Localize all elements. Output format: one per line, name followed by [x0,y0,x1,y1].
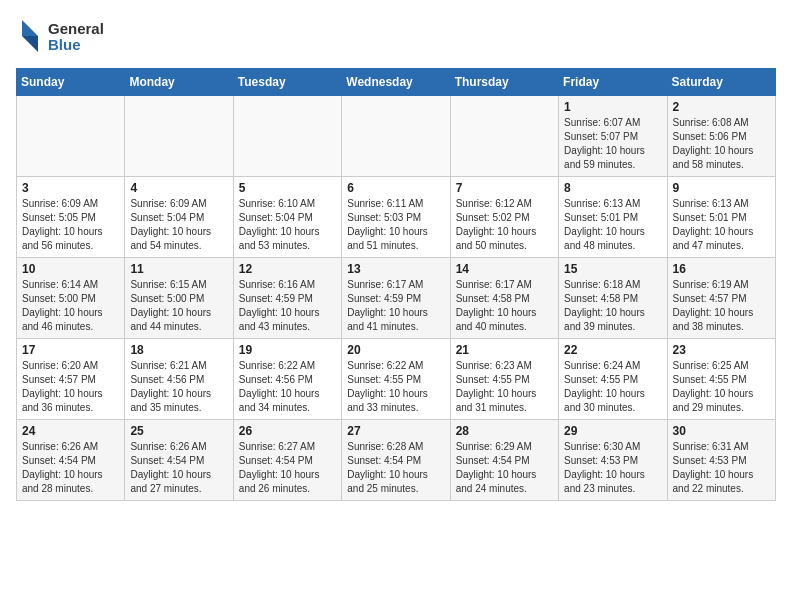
calendar-cell: 20Sunrise: 6:22 AM Sunset: 4:55 PM Dayli… [342,339,450,420]
weekday-header-thursday: Thursday [450,69,558,96]
calendar-cell: 26Sunrise: 6:27 AM Sunset: 4:54 PM Dayli… [233,420,341,501]
day-detail: Sunrise: 6:18 AM Sunset: 4:58 PM Dayligh… [564,278,661,334]
day-number: 5 [239,181,336,195]
day-detail: Sunrise: 6:09 AM Sunset: 5:05 PM Dayligh… [22,197,119,253]
calendar-cell: 27Sunrise: 6:28 AM Sunset: 4:54 PM Dayli… [342,420,450,501]
day-number: 29 [564,424,661,438]
calendar-cell: 18Sunrise: 6:21 AM Sunset: 4:56 PM Dayli… [125,339,233,420]
weekday-header-monday: Monday [125,69,233,96]
calendar-cell: 14Sunrise: 6:17 AM Sunset: 4:58 PM Dayli… [450,258,558,339]
day-detail: Sunrise: 6:15 AM Sunset: 5:00 PM Dayligh… [130,278,227,334]
logo: GeneralBlue [16,16,126,56]
day-detail: Sunrise: 6:11 AM Sunset: 5:03 PM Dayligh… [347,197,444,253]
calendar-cell [450,96,558,177]
day-number: 3 [22,181,119,195]
day-detail: Sunrise: 6:16 AM Sunset: 4:59 PM Dayligh… [239,278,336,334]
calendar-body: 1Sunrise: 6:07 AM Sunset: 5:07 PM Daylig… [17,96,776,501]
day-detail: Sunrise: 6:08 AM Sunset: 5:06 PM Dayligh… [673,116,770,172]
day-number: 20 [347,343,444,357]
calendar-cell: 11Sunrise: 6:15 AM Sunset: 5:00 PM Dayli… [125,258,233,339]
svg-text:General: General [48,20,104,37]
logo-svg: GeneralBlue [16,16,126,56]
day-number: 25 [130,424,227,438]
calendar-cell [125,96,233,177]
calendar-cell: 9Sunrise: 6:13 AM Sunset: 5:01 PM Daylig… [667,177,775,258]
day-detail: Sunrise: 6:29 AM Sunset: 4:54 PM Dayligh… [456,440,553,496]
day-number: 30 [673,424,770,438]
day-number: 2 [673,100,770,114]
calendar-cell: 29Sunrise: 6:30 AM Sunset: 4:53 PM Dayli… [559,420,667,501]
calendar-cell: 15Sunrise: 6:18 AM Sunset: 4:58 PM Dayli… [559,258,667,339]
calendar-cell: 2Sunrise: 6:08 AM Sunset: 5:06 PM Daylig… [667,96,775,177]
day-number: 12 [239,262,336,276]
calendar-cell: 8Sunrise: 6:13 AM Sunset: 5:01 PM Daylig… [559,177,667,258]
day-detail: Sunrise: 6:19 AM Sunset: 4:57 PM Dayligh… [673,278,770,334]
page-header: GeneralBlue [16,16,776,56]
calendar-table: SundayMondayTuesdayWednesdayThursdayFrid… [16,68,776,501]
day-number: 22 [564,343,661,357]
day-number: 1 [564,100,661,114]
calendar-header: SundayMondayTuesdayWednesdayThursdayFrid… [17,69,776,96]
day-detail: Sunrise: 6:25 AM Sunset: 4:55 PM Dayligh… [673,359,770,415]
calendar-cell: 19Sunrise: 6:22 AM Sunset: 4:56 PM Dayli… [233,339,341,420]
day-number: 13 [347,262,444,276]
calendar-cell: 10Sunrise: 6:14 AM Sunset: 5:00 PM Dayli… [17,258,125,339]
day-number: 21 [456,343,553,357]
day-detail: Sunrise: 6:26 AM Sunset: 4:54 PM Dayligh… [130,440,227,496]
day-number: 15 [564,262,661,276]
day-detail: Sunrise: 6:17 AM Sunset: 4:58 PM Dayligh… [456,278,553,334]
calendar-cell: 28Sunrise: 6:29 AM Sunset: 4:54 PM Dayli… [450,420,558,501]
calendar-week-row: 17Sunrise: 6:20 AM Sunset: 4:57 PM Dayli… [17,339,776,420]
calendar-week-row: 10Sunrise: 6:14 AM Sunset: 5:00 PM Dayli… [17,258,776,339]
day-detail: Sunrise: 6:20 AM Sunset: 4:57 PM Dayligh… [22,359,119,415]
calendar-cell: 22Sunrise: 6:24 AM Sunset: 4:55 PM Dayli… [559,339,667,420]
calendar-cell: 24Sunrise: 6:26 AM Sunset: 4:54 PM Dayli… [17,420,125,501]
calendar-cell: 5Sunrise: 6:10 AM Sunset: 5:04 PM Daylig… [233,177,341,258]
day-number: 11 [130,262,227,276]
day-detail: Sunrise: 6:17 AM Sunset: 4:59 PM Dayligh… [347,278,444,334]
day-detail: Sunrise: 6:28 AM Sunset: 4:54 PM Dayligh… [347,440,444,496]
day-number: 6 [347,181,444,195]
day-detail: Sunrise: 6:22 AM Sunset: 4:56 PM Dayligh… [239,359,336,415]
calendar-week-row: 24Sunrise: 6:26 AM Sunset: 4:54 PM Dayli… [17,420,776,501]
day-number: 17 [22,343,119,357]
weekday-header-wednesday: Wednesday [342,69,450,96]
calendar-cell: 21Sunrise: 6:23 AM Sunset: 4:55 PM Dayli… [450,339,558,420]
day-detail: Sunrise: 6:22 AM Sunset: 4:55 PM Dayligh… [347,359,444,415]
day-number: 8 [564,181,661,195]
day-number: 23 [673,343,770,357]
calendar-cell [233,96,341,177]
calendar-cell: 30Sunrise: 6:31 AM Sunset: 4:53 PM Dayli… [667,420,775,501]
day-number: 19 [239,343,336,357]
day-number: 10 [22,262,119,276]
day-detail: Sunrise: 6:23 AM Sunset: 4:55 PM Dayligh… [456,359,553,415]
day-detail: Sunrise: 6:27 AM Sunset: 4:54 PM Dayligh… [239,440,336,496]
calendar-cell: 7Sunrise: 6:12 AM Sunset: 5:02 PM Daylig… [450,177,558,258]
calendar-cell: 4Sunrise: 6:09 AM Sunset: 5:04 PM Daylig… [125,177,233,258]
calendar-week-row: 3Sunrise: 6:09 AM Sunset: 5:05 PM Daylig… [17,177,776,258]
weekday-header-sunday: Sunday [17,69,125,96]
day-detail: Sunrise: 6:12 AM Sunset: 5:02 PM Dayligh… [456,197,553,253]
day-detail: Sunrise: 6:14 AM Sunset: 5:00 PM Dayligh… [22,278,119,334]
calendar-cell: 1Sunrise: 6:07 AM Sunset: 5:07 PM Daylig… [559,96,667,177]
day-detail: Sunrise: 6:30 AM Sunset: 4:53 PM Dayligh… [564,440,661,496]
day-number: 18 [130,343,227,357]
day-number: 14 [456,262,553,276]
calendar-cell: 17Sunrise: 6:20 AM Sunset: 4:57 PM Dayli… [17,339,125,420]
calendar-cell [342,96,450,177]
calendar-cell: 23Sunrise: 6:25 AM Sunset: 4:55 PM Dayli… [667,339,775,420]
day-detail: Sunrise: 6:13 AM Sunset: 5:01 PM Dayligh… [673,197,770,253]
weekday-header-tuesday: Tuesday [233,69,341,96]
calendar-cell: 12Sunrise: 6:16 AM Sunset: 4:59 PM Dayli… [233,258,341,339]
day-number: 16 [673,262,770,276]
svg-marker-2 [22,20,38,36]
day-number: 27 [347,424,444,438]
day-detail: Sunrise: 6:13 AM Sunset: 5:01 PM Dayligh… [564,197,661,253]
calendar-cell: 6Sunrise: 6:11 AM Sunset: 5:03 PM Daylig… [342,177,450,258]
svg-text:Blue: Blue [48,36,81,53]
calendar-week-row: 1Sunrise: 6:07 AM Sunset: 5:07 PM Daylig… [17,96,776,177]
calendar-cell: 25Sunrise: 6:26 AM Sunset: 4:54 PM Dayli… [125,420,233,501]
day-detail: Sunrise: 6:09 AM Sunset: 5:04 PM Dayligh… [130,197,227,253]
day-number: 7 [456,181,553,195]
weekday-header-saturday: Saturday [667,69,775,96]
